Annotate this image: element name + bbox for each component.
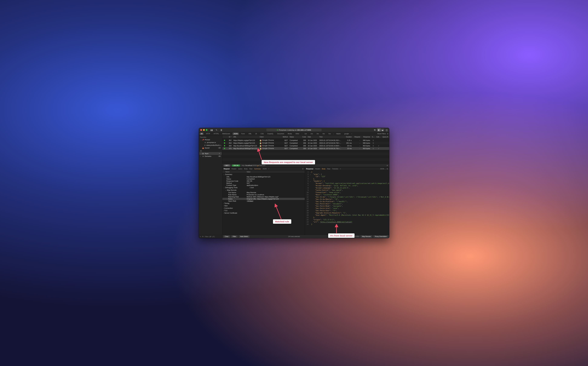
pause-icon[interactable]: ▮▮ bbox=[211, 129, 213, 131]
pane-settings-icon[interactable]: ⚙ bbox=[387, 168, 388, 170]
map-remote-button[interactable]: Map Remote bbox=[361, 235, 372, 238]
panel-icon[interactable]: ◫ bbox=[385, 129, 388, 131]
kv-row[interactable]: URLhttp://localhost:8080/get?id=123 bbox=[222, 176, 305, 178]
filter-tab-websocket[interactable]: WebSocket bbox=[221, 133, 231, 135]
col-response[interactable]: Response bbox=[361, 136, 371, 138]
filter-tab-other[interactable]: Other bbox=[294, 133, 300, 135]
kv-row[interactable]: Open Rule👁 Show bbox=[222, 200, 305, 202]
filter-tab-3xx[interactable]: 3xx bbox=[316, 133, 320, 135]
req-tab-summary[interactable]: Summary bbox=[254, 168, 261, 170]
kv-row[interactable]: Tool NameMap Remote bbox=[222, 191, 305, 194]
kv-row[interactable]: StatusCompleted bbox=[222, 178, 305, 180]
table-row[interactable]: 369http://localhost:8080/get?id=123Googl… bbox=[222, 145, 389, 147]
req-tab-raw[interactable]: Raw bbox=[249, 168, 252, 170]
add-button[interactable]: + bbox=[200, 236, 201, 237]
filter-tab-google[interactable]: google bbox=[343, 133, 350, 135]
clear-button[interactable]: Clear bbox=[223, 235, 230, 238]
filter-tab-5xx[interactable]: 5xx bbox=[327, 133, 332, 135]
req-tab-json[interactable]: JSON bbox=[263, 168, 267, 170]
col-url[interactable]: URL bbox=[232, 136, 259, 138]
filter-tab-http[interactable]: HTTP bbox=[205, 133, 211, 135]
kv-section[interactable]: Server Certificate bbox=[222, 212, 305, 214]
kv-row[interactable]: Rule NameProduction to Localhost bbox=[222, 194, 305, 196]
reset-filters-button[interactable]: Reset Filters bbox=[377, 133, 386, 135]
filter-settings-icon[interactable]: ⊖ bbox=[387, 133, 388, 135]
table-row[interactable]: 352https://httpbin.org/get?id=123Google … bbox=[222, 139, 389, 142]
res-tab-raw[interactable]: Raw bbox=[327, 168, 330, 170]
col-id[interactable]: ID ˄ bbox=[226, 136, 232, 138]
filter-tab-1xx[interactable]: 1xx bbox=[303, 133, 308, 135]
kv-section[interactable]: TLS bbox=[222, 209, 305, 212]
filter-tab-xml[interactable]: XML bbox=[247, 133, 253, 135]
layout-segmented[interactable]: ◧ ⬓ bbox=[377, 128, 384, 131]
col-query[interactable]: Query N bbox=[382, 136, 389, 138]
kv-section[interactable]: Summary bbox=[222, 173, 305, 176]
filter-tab-json[interactable]: JSON bbox=[233, 133, 239, 135]
kv-row[interactable]: Matching RuleMethod: ANY, Wildcard: http… bbox=[222, 196, 305, 198]
pinned-group[interactable]: 📌 Pinned bbox=[199, 138, 222, 141]
filter-tab-2xx[interactable]: 2xx bbox=[309, 133, 314, 135]
show-button[interactable]: 👁 Show bbox=[247, 200, 254, 202]
add-tab-icon[interactable]: + bbox=[340, 168, 341, 170]
req-tab-header[interactable]: Header bbox=[231, 168, 236, 170]
detail-settings-icon[interactable]: ⚙ bbox=[387, 165, 388, 166]
res-tab-treeview[interactable]: Treeview bbox=[332, 168, 338, 170]
col-code[interactable]: Code bbox=[299, 136, 307, 138]
filter-tab-https[interactable]: HTTPS bbox=[213, 133, 220, 135]
filter-tab-document[interactable]: Document bbox=[276, 133, 285, 135]
kv-section[interactable]: Size bbox=[222, 205, 305, 207]
filter-tab-js[interactable]: JS bbox=[254, 133, 258, 135]
close-window-button[interactable] bbox=[200, 129, 202, 131]
kv-row[interactable]: MethodGET bbox=[222, 182, 305, 184]
filter-tab-form[interactable]: Form bbox=[240, 133, 246, 135]
table-row[interactable]: 353https://httpbin.org/get?id=123Google … bbox=[222, 142, 389, 145]
kv-row[interactable]: NotesOriginal URL: https://httpbin.org/g… bbox=[222, 198, 305, 200]
filter-tab-httpbin[interactable]: httpbin bbox=[335, 133, 342, 135]
zoom-window-button[interactable] bbox=[206, 129, 207, 131]
compose-icon[interactable]: ✎ bbox=[215, 129, 218, 131]
json-viewer[interactable]: 1⌄{2⌄ "args": {3 "id": "123"4 },5⌄ "head… bbox=[305, 171, 389, 235]
col-request[interactable]: Request bbox=[353, 136, 361, 138]
kv-row[interactable]: Response Code200 OK bbox=[222, 180, 305, 182]
proxy-overridden-button[interactable]: Proxy Overridden bbox=[373, 235, 388, 238]
apps-group[interactable]: ▦ Apps 8 bbox=[199, 152, 222, 155]
req-tab-body[interactable]: Body bbox=[244, 168, 248, 170]
col-time[interactable]: Time bbox=[318, 136, 343, 138]
filter-tab-graphql[interactable]: GraphQL bbox=[266, 133, 275, 135]
add-tab-icon[interactable]: + bbox=[268, 168, 269, 170]
filter-scroll-icon[interactable]: ‹ bbox=[352, 133, 352, 135]
col-client[interactable]: Client bbox=[259, 136, 280, 138]
filter-tab-media[interactable]: Media bbox=[287, 133, 293, 135]
res-tab-header[interactable]: Header bbox=[315, 168, 320, 170]
kv-section[interactable]: Map Remote bbox=[222, 189, 305, 191]
col-method[interactable]: Method bbox=[280, 136, 289, 138]
minimize-window-button[interactable] bbox=[203, 129, 205, 131]
domains-group[interactable]: ⊕ Domains 26 bbox=[199, 155, 222, 158]
col-date[interactable]: Date bbox=[307, 136, 318, 138]
filter-tab-all[interactable]: All bbox=[200, 133, 204, 135]
kv-section[interactable]: Timing bbox=[222, 202, 305, 205]
col-duration[interactable]: Duration bbox=[343, 136, 353, 138]
layout-bottom-icon[interactable]: ⬓ bbox=[381, 128, 384, 131]
filter-tab-4xx[interactable]: 4xx bbox=[321, 133, 326, 135]
format-dropdown[interactable]: JSON ⌄ bbox=[380, 168, 386, 170]
layout-sidebar-icon[interactable]: ◧ bbox=[377, 128, 381, 131]
kv-row[interactable]: Content Typeapplication/json bbox=[222, 184, 305, 186]
res-tab-body[interactable]: Body bbox=[322, 168, 325, 170]
kv-section[interactable]: Debugging Tools1 tool bbox=[222, 186, 305, 189]
kv-section[interactable]: Connection bbox=[222, 207, 305, 209]
auto-select-button[interactable]: Auto Select bbox=[239, 235, 249, 238]
col-edited[interactable]: Edited bbox=[376, 136, 382, 138]
table-row[interactable]: 375http://localhost:8080/get?id=123Googl… bbox=[222, 147, 389, 150]
pane-settings-icon[interactable]: ⚙ bbox=[302, 168, 303, 170]
trash-icon[interactable]: 🗑 bbox=[220, 129, 222, 131]
req-tab-query[interactable]: Query bbox=[238, 168, 242, 170]
filter-tab-css[interactable]: CSS bbox=[259, 133, 265, 135]
saved-group[interactable]: 📥 Saved 24 bbox=[199, 146, 222, 149]
col-status[interactable]: Status bbox=[289, 136, 299, 138]
pip-icon[interactable]: ⧉ bbox=[374, 129, 376, 131]
pinned-item[interactable]: ⊘www.producthunt.c… bbox=[199, 144, 222, 146]
filter-button[interactable]: Filter bbox=[231, 235, 238, 238]
col-ssl[interactable]: SSL bbox=[371, 136, 376, 138]
pinned-item[interactable]: ⊘proxyman.io bbox=[199, 141, 222, 144]
